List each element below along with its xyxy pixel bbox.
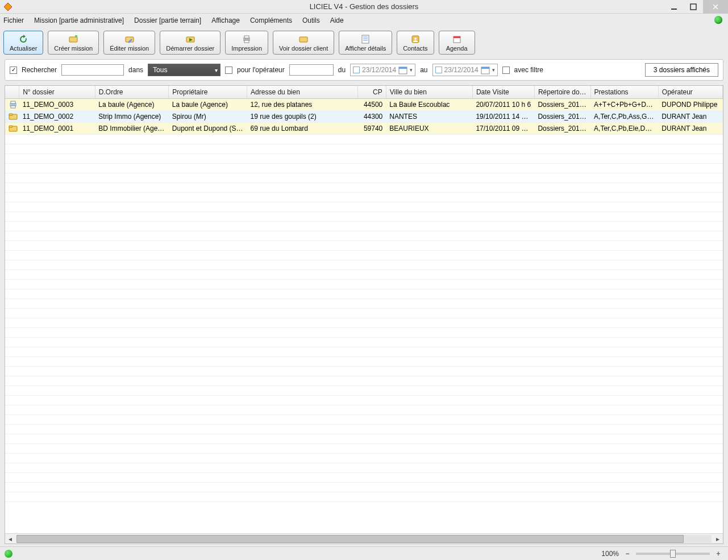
scroll-track[interactable]: [16, 535, 712, 543]
col-icon[interactable]: [5, 86, 19, 98]
svg-rect-25: [481, 67, 489, 69]
row-icon: [5, 110, 19, 122]
cell-ville: BEAURIEUX: [386, 122, 472, 134]
col-dordre[interactable]: D.Ordre: [95, 86, 169, 98]
close-button[interactable]: [703, 0, 728, 14]
scroll-thumb[interactable]: [16, 535, 684, 543]
menu-dossier[interactable]: Dossier [partie terrain]: [134, 16, 201, 24]
table-row[interactable]: 11_DEMO_0003La baule (Agence)La baule (A…: [5, 98, 723, 110]
start-dossier-icon: [186, 35, 195, 44]
cell-prestations: A,Ter,C,Pb,Ele,Dpe,...: [590, 122, 658, 134]
table-row: [5, 269, 723, 279]
demarrer-dossier-button[interactable]: Démarrer dossier: [160, 31, 221, 55]
menu-aide[interactable]: Aide: [330, 16, 344, 24]
maximize-button[interactable]: [684, 0, 703, 14]
table-row: [5, 492, 723, 501]
zoom-out-button[interactable]: −: [623, 550, 631, 558]
avec-filtre-label: avec filtre: [514, 66, 543, 74]
table-row: [5, 482, 723, 492]
contacts-label: Contacts: [403, 45, 427, 52]
new-mission-icon: [69, 35, 78, 44]
table-row: [5, 395, 723, 405]
table-row: [5, 405, 723, 414]
date-to-picker[interactable]: 23/12/2014 ▾: [432, 64, 498, 76]
cell-ville: NANTES: [386, 110, 472, 122]
contacts-button[interactable]: Contacts: [397, 31, 434, 55]
chevron-down-icon: ▾: [410, 67, 413, 73]
date-from-picker[interactable]: 23/12/2014 ▾: [350, 64, 415, 76]
menu-mission[interactable]: Mission [partie administrative]: [34, 16, 124, 24]
col-ville[interactable]: Ville du bien: [386, 86, 472, 98]
table-row: [5, 260, 723, 269]
table-row: [5, 202, 723, 211]
col-adresse[interactable]: Adresse du bien: [247, 86, 358, 98]
date-to-checkbox[interactable]: [435, 67, 442, 73]
minimize-button[interactable]: [664, 0, 684, 14]
operateur-input[interactable]: [289, 64, 334, 76]
zoom-slider[interactable]: [636, 553, 710, 555]
scroll-right-arrow-icon[interactable]: ▸: [713, 534, 723, 544]
svg-rect-14: [362, 35, 369, 43]
chevron-down-icon: ▾: [492, 67, 495, 73]
creer-mission-button[interactable]: Créer mission: [48, 31, 99, 55]
agenda-button[interactable]: Agenda: [439, 31, 475, 55]
cell-adresse: 69 rue du Lombard: [247, 122, 358, 134]
voir-dossier-client-button[interactable]: Voir dossier client: [273, 31, 334, 55]
col-date-visite[interactable]: Date Visite: [472, 86, 534, 98]
cell-date-visite: 19/10/2011 14 h 00: [472, 110, 534, 122]
agenda-label: Agenda: [446, 45, 468, 52]
col-repertoire[interactable]: Répertoire dos...: [534, 86, 590, 98]
horizontal-scrollbar[interactable]: ◂ ▸: [5, 533, 723, 544]
table-row: [5, 376, 723, 385]
cell-prestations: A,Ter,C,Pb,Ass,Gaz,...: [590, 110, 658, 122]
client-folder-icon: [299, 35, 308, 44]
cell-proprietaire: La baule (Agence): [169, 98, 247, 110]
dans-combo[interactable]: Tous ▾: [148, 64, 221, 76]
col-cp[interactable]: CP: [358, 86, 386, 98]
svg-rect-32: [9, 126, 13, 127]
col-prestations[interactable]: Prestations: [590, 86, 658, 98]
titlebar: LICIEL V4 - Gestion des dossiers: [0, 0, 728, 14]
col-proprietaire[interactable]: Propriétaire: [169, 86, 247, 98]
zoom-thumb[interactable]: [670, 550, 676, 558]
actualiser-button[interactable]: Actualiser: [3, 31, 43, 55]
cell-prestations: A+T+C+Pb+G+Dp...: [590, 98, 658, 110]
row-icon: [5, 98, 19, 110]
calendar-icon: [481, 65, 490, 74]
dossiers-count-button[interactable]: 3 dossiers affichés: [645, 63, 718, 77]
row-icon: [5, 122, 19, 134]
afficher-details-button[interactable]: Afficher détails: [339, 31, 392, 55]
scroll-left-arrow-icon[interactable]: ◂: [5, 534, 15, 544]
table-row: [5, 327, 723, 337]
window-controls: [664, 0, 728, 14]
col-num[interactable]: N° dossier: [19, 86, 95, 98]
cell-num: 11_DEMO_0002: [19, 110, 95, 122]
table-row[interactable]: 11_DEMO_0001BD Immobilier (Agen...Dupont…: [5, 122, 723, 134]
menu-outils[interactable]: Outils: [302, 16, 320, 24]
pour-operateur-checkbox[interactable]: [225, 67, 232, 74]
dossiers-grid: N° dossier D.Ordre Propriétaire Adresse …: [5, 85, 723, 544]
zoom-in-button[interactable]: +: [714, 550, 722, 558]
table-row[interactable]: 11_DEMO_0002Strip Immo (Agence)Spirou (M…: [5, 110, 723, 122]
impression-button[interactable]: Impression: [225, 31, 268, 55]
date-from-checkbox[interactable]: [353, 67, 360, 73]
svg-rect-13: [299, 37, 307, 42]
menu-fichier[interactable]: Fichier: [3, 16, 24, 24]
date-from-value: 23/12/2014: [362, 66, 396, 74]
search-input[interactable]: [61, 64, 124, 76]
avec-filtre-checkbox[interactable]: [502, 67, 510, 74]
rechercher-checkbox[interactable]: [10, 67, 17, 74]
col-operateur[interactable]: Opérateur: [658, 86, 722, 98]
svg-rect-27: [11, 101, 15, 103]
editer-mission-button[interactable]: Éditer mission: [103, 31, 155, 55]
pour-operateur-label: pour l'opérateur: [237, 66, 285, 74]
rechercher-label: Rechercher: [22, 66, 57, 74]
cell-operateur: DURANT Jean: [658, 110, 722, 122]
menu-affichage[interactable]: Affichage: [211, 16, 240, 24]
menu-complements[interactable]: Compléments: [250, 16, 292, 24]
table-row: [5, 144, 723, 154]
table-row: [5, 347, 723, 356]
status-indicator-icon: [5, 550, 13, 558]
table-row: [5, 424, 723, 434]
impression-label: Impression: [231, 45, 262, 52]
